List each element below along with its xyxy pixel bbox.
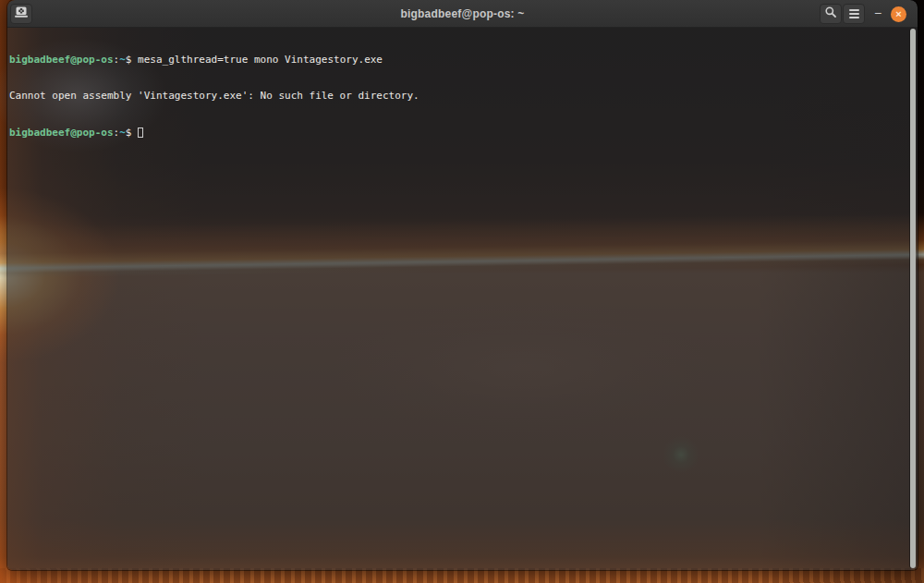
scrollbar[interactable] (910, 29, 916, 568)
hamburger-menu-icon (849, 13, 859, 15)
prompt-symbol: $ (126, 127, 132, 139)
terminal-output: bigbadbeef@pop-os:~$ mesa_glthread=true … (9, 29, 906, 164)
minimize-button[interactable]: − (871, 0, 884, 28)
close-button[interactable]: × (891, 6, 906, 22)
minimize-icon: − (874, 6, 881, 20)
prompt-path: ~ (119, 54, 126, 66)
prompt-user: bigbadbeef@pop-os (9, 127, 114, 139)
titlebar[interactable]: bigbadbeef@pop-os: ~ − × (7, 0, 918, 28)
search-button[interactable] (820, 4, 842, 24)
window-title: bigbadbeef@pop-os: ~ (7, 0, 918, 28)
terminal-line-command: bigbadbeef@pop-os:~$ mesa_glthread=true … (9, 54, 906, 66)
prompt-path: ~ (119, 127, 126, 139)
close-icon: × (895, 8, 901, 19)
menu-button[interactable] (843, 4, 865, 24)
search-icon (824, 6, 837, 22)
terminal-line-prompt: bigbadbeef@pop-os:~$ (9, 127, 906, 139)
terminal-cursor (138, 128, 143, 138)
terminal-line-error: Cannot open assembly 'Vintagestory.exe':… (9, 90, 906, 102)
terminal-window: bigbadbeef@pop-os: ~ − × (7, 0, 918, 570)
prompt-user: bigbadbeef@pop-os (9, 54, 114, 66)
command-text: mesa_glthread=true mono Vintagestory.exe (131, 54, 383, 66)
terminal-content[interactable]: bigbadbeef@pop-os:~$ mesa_glthread=true … (7, 28, 918, 570)
desktop: bigbadbeef@pop-os: ~ − × (0, 0, 924, 583)
